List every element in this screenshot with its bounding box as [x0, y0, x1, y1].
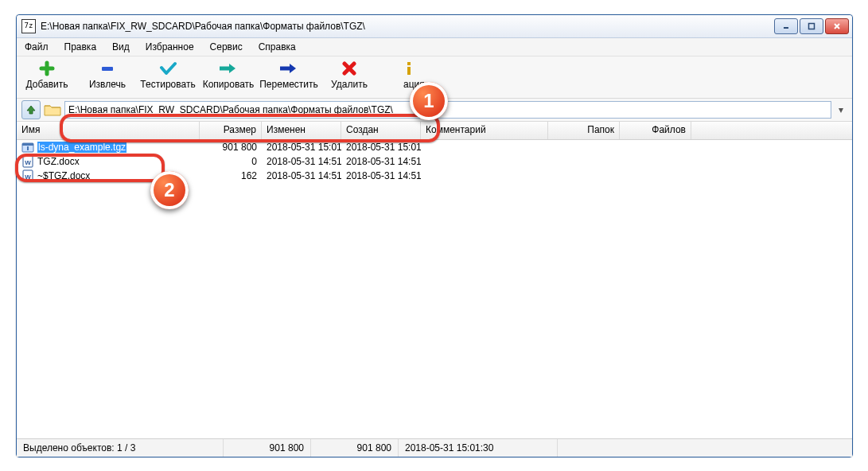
- status-selection: Выделено объектов: 1 / 3: [17, 439, 224, 457]
- badge-1: 1: [410, 82, 448, 120]
- file-modified: 2018-05-31 15:01: [262, 142, 341, 153]
- plus-icon: [17, 60, 77, 77]
- menu-file[interactable]: Файл: [21, 40, 52, 54]
- file-modified: 2018-05-31 14:51: [262, 156, 341, 167]
- menu-tools[interactable]: Сервис: [207, 40, 246, 54]
- check-icon: [138, 60, 198, 77]
- file-name: ~$TGZ.docx: [37, 170, 90, 181]
- move-arrow-icon: [259, 60, 319, 77]
- col-created[interactable]: Создан: [341, 122, 421, 139]
- table-row[interactable]: W~$TGZ.docx1622018-05-31 14:512018-05-31…: [17, 169, 852, 183]
- status-date: 2018-05-31 15:01:30: [399, 439, 558, 457]
- file-modified: 2018-05-31 14:51: [262, 170, 341, 181]
- svg-rect-6: [22, 143, 33, 146]
- file-created: 2018-05-31 14:51: [341, 156, 421, 167]
- menu-favorites[interactable]: Избранное: [142, 40, 197, 54]
- svg-text:W: W: [25, 159, 31, 166]
- minus-icon: [77, 60, 138, 77]
- close-button[interactable]: [825, 18, 849, 34]
- file-created: 2018-05-31 15:01: [341, 142, 421, 153]
- table-row[interactable]: WTGZ.docx02018-05-31 14:512018-05-31 14:…: [17, 154, 852, 169]
- col-size[interactable]: Размер: [200, 122, 262, 139]
- up-folder-button[interactable]: [21, 100, 41, 119]
- svg-text:W: W: [25, 173, 31, 181]
- copy-arrow-icon: [198, 60, 259, 77]
- address-input[interactable]: E:\Новая папка\FIX_RW_SDCARD\Рабочая пап…: [64, 101, 831, 119]
- extract-button[interactable]: Извлечь: [77, 60, 138, 90]
- file-name: ls-dyna_example.tgz: [37, 142, 127, 153]
- status-size-2: 901 800: [311, 439, 399, 457]
- svg-rect-1: [809, 24, 815, 29]
- file-size: 0: [200, 156, 262, 167]
- add-button[interactable]: Добавить: [17, 60, 77, 90]
- test-button[interactable]: Тестировать: [138, 60, 198, 90]
- list-header: Имя Размер Изменен Создан Комментарий Па…: [17, 122, 852, 140]
- app-icon: 7z: [21, 19, 36, 33]
- delete-button[interactable]: Удалить: [319, 60, 380, 90]
- file-created: 2018-05-31 14:51: [341, 170, 421, 181]
- menu-view[interactable]: Вид: [109, 40, 133, 54]
- up-arrow-icon: [25, 104, 37, 115]
- file-size: 162: [200, 170, 262, 181]
- svg-rect-3: [407, 62, 411, 65]
- svg-rect-7: [27, 146, 29, 150]
- file-size: 901 800: [200, 142, 262, 153]
- col-folders[interactable]: Папок: [548, 122, 620, 139]
- menubar: Файл Правка Вид Избранное Сервис Справка: [17, 38, 852, 56]
- info-icon: [403, 60, 464, 77]
- svg-rect-2: [102, 67, 113, 71]
- folder-icon: [44, 103, 61, 117]
- file-list[interactable]: ls-dyna_example.tgz901 8002018-05-31 15:…: [17, 140, 852, 438]
- menu-edit[interactable]: Правка: [61, 40, 100, 54]
- col-files[interactable]: Файлов: [620, 122, 691, 139]
- table-row[interactable]: ls-dyna_example.tgz901 8002018-05-31 15:…: [17, 140, 852, 154]
- file-name: TGZ.docx: [37, 156, 80, 167]
- svg-rect-4: [407, 67, 411, 75]
- col-name[interactable]: Имя: [17, 122, 200, 139]
- minimize-button[interactable]: [774, 18, 798, 34]
- statusbar: Выделено объектов: 1 / 3 901 800 901 800…: [17, 438, 852, 457]
- badge-2: 2: [150, 171, 189, 209]
- window-title: E:\Новая папка\FIX_RW_SDCARD\Рабочая пап…: [41, 21, 774, 32]
- address-dropdown-icon[interactable]: ▾: [835, 104, 847, 115]
- copy-button[interactable]: Копировать: [198, 60, 259, 90]
- col-modified[interactable]: Изменен: [262, 122, 341, 139]
- col-comment[interactable]: Комментарий: [421, 122, 548, 139]
- move-button[interactable]: Переместить: [259, 60, 319, 90]
- titlebar[interactable]: 7z E:\Новая папка\FIX_RW_SDCARD\Рабочая …: [17, 15, 852, 38]
- maximize-button[interactable]: [800, 18, 823, 34]
- delete-x-icon: [319, 60, 380, 77]
- status-size-1: 901 800: [224, 439, 311, 457]
- menu-help[interactable]: Справка: [255, 40, 299, 54]
